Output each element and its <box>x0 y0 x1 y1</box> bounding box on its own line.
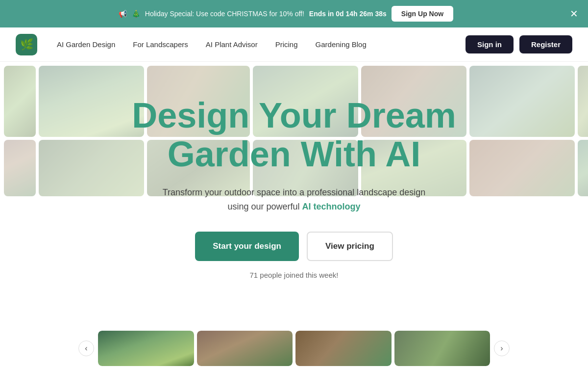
gallery-thumb-2 <box>197 331 293 366</box>
nav-ai-plant-advisor[interactable]: AI Plant Advisor <box>206 40 258 49</box>
gallery-thumbs <box>98 331 490 366</box>
navbar: 🌿 AI Garden Design For Landscapers AI Pl… <box>0 27 588 62</box>
view-pricing-button[interactable]: View pricing <box>307 232 393 261</box>
gallery-thumb-4 <box>394 331 490 366</box>
banner-close-button[interactable]: ✕ <box>570 9 578 19</box>
hero-title-line1: Design Your Dream <box>132 96 456 135</box>
register-button[interactable]: Register <box>519 35 572 53</box>
nav-pricing[interactable]: Pricing <box>275 40 298 49</box>
bg-tile-13 <box>469 140 575 196</box>
hero-subtitle-part2: using our powerful <box>227 202 299 211</box>
hero-ai-highlight: AI technology <box>302 202 361 211</box>
start-design-button[interactable]: Start your design <box>195 232 299 261</box>
nav-ai-garden-design[interactable]: AI Garden Design <box>57 40 115 49</box>
gallery-thumb-1 <box>98 331 194 366</box>
bg-tile-1 <box>4 66 36 137</box>
nav-links: AI Garden Design For Landscapers AI Plan… <box>57 40 466 49</box>
hero-subtitle-text: Transform your outdoor space into a prof… <box>163 187 426 197</box>
logo[interactable]: 🌿 <box>16 34 37 55</box>
bg-tile-7 <box>578 66 588 137</box>
bg-tile-8 <box>4 140 36 196</box>
nav-actions: Sign in Register <box>466 35 572 53</box>
banner-signup-button[interactable]: Sign Up Now <box>392 6 453 22</box>
bg-tile-14 <box>578 140 588 196</box>
gallery-next-button[interactable]: › <box>494 341 510 356</box>
banner-timer: Ends in 0d 14h 26m 38s <box>309 10 387 18</box>
hero-buttons: Start your design View pricing <box>132 232 456 261</box>
hero-section: Design Your Dream Garden With AI Transfo… <box>0 62 588 368</box>
promo-banner: 📢 🎄 Holiday Special: Use code CHRISTMAS … <box>0 0 588 27</box>
banner-promo-text: Holiday Special: Use code CHRISTMAS for … <box>145 10 304 18</box>
bottom-gallery: ‹ › <box>0 329 588 368</box>
hero-title-line2: Garden With AI <box>168 134 421 174</box>
megaphone-icon: 📢 <box>119 10 127 18</box>
gallery-prev-button[interactable]: ‹ <box>78 341 94 356</box>
hero-content: Design Your Dream Garden With AI Transfo… <box>122 72 466 279</box>
banner-content: 📢 🎄 Holiday Special: Use code CHRISTMAS … <box>10 6 562 22</box>
hero-title: Design Your Dream Garden With AI <box>132 96 456 174</box>
bg-tile-6 <box>469 66 575 137</box>
hero-subtitle: Transform your outdoor space into a prof… <box>132 185 456 214</box>
gallery-thumb-3 <box>295 331 392 366</box>
nav-for-landscapers[interactable]: For Landscapers <box>133 40 188 49</box>
logo-icon: 🌿 <box>16 34 37 55</box>
tree-icon: 🎄 <box>132 10 140 18</box>
signin-button[interactable]: Sign in <box>466 35 514 53</box>
nav-gardening-blog[interactable]: Gardening Blog <box>316 40 367 49</box>
hero-social-proof: 71 people joined this week! <box>132 271 456 279</box>
